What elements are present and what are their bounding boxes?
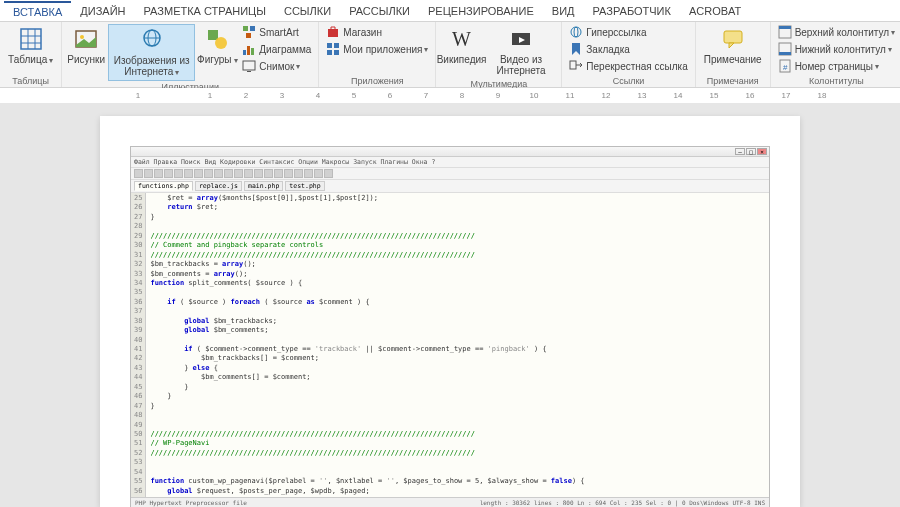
pagenum-label: Номер страницы: [795, 61, 873, 72]
screenshot-icon: [242, 59, 256, 73]
pictures-label: Рисунки: [67, 54, 105, 65]
document-area[interactable]: – □ × Файл Правка Поиск Вид Кодировки Си…: [0, 104, 900, 507]
editor-tab[interactable]: test.php: [285, 181, 324, 191]
ruler[interactable]: 1123456789101112131415161718: [0, 88, 900, 104]
wikipedia-button[interactable]: W Википедия: [440, 24, 482, 67]
shapes-icon: [204, 26, 230, 52]
comment-button[interactable]: Примечание: [700, 24, 766, 67]
svg-rect-31: [724, 31, 742, 43]
group-label: Примечания: [707, 75, 759, 87]
header-button[interactable]: Верхний колонтитул▾: [775, 24, 899, 40]
table-label: Таблица: [8, 54, 47, 65]
editor-tab[interactable]: functions.php: [134, 181, 193, 191]
editor-tabs[interactable]: functions.phpreplace.jsmain.phptest.php: [131, 180, 769, 193]
pagenum-button[interactable]: #Номер страницы▾: [775, 58, 899, 74]
shapes-button[interactable]: Фигуры▾: [197, 24, 237, 68]
chevron-down-icon: ▾: [296, 62, 300, 71]
editor-toolbar[interactable]: [131, 168, 769, 180]
crossref-label: Перекрестная ссылка: [586, 61, 687, 72]
svg-rect-12: [243, 26, 248, 31]
screenshot-label: Снимок: [259, 61, 294, 72]
svg-point-27: [571, 27, 581, 37]
min-icon[interactable]: –: [735, 148, 745, 155]
editor-titlebar: – □ ×: [131, 147, 769, 157]
crossref-button[interactable]: Перекрестная ссылка: [566, 58, 690, 74]
svg-rect-21: [327, 43, 332, 48]
apps-icon: [326, 42, 340, 56]
tab-acrobat[interactable]: ACROBAT: [680, 2, 750, 20]
chart-label: Диаграмма: [259, 44, 311, 55]
shapes-label: Фигуры: [197, 54, 231, 65]
tab-вид[interactable]: ВИД: [543, 2, 584, 20]
editor-tab[interactable]: replace.js: [195, 181, 242, 191]
store-icon: [326, 25, 340, 39]
screenshot-button[interactable]: Снимок▾: [239, 58, 314, 74]
svg-rect-22: [334, 43, 339, 48]
code-area[interactable]: 2526272829303132333435363738394041424344…: [131, 193, 769, 497]
picture-icon: [73, 26, 99, 52]
video-icon: [508, 26, 534, 52]
smartart-label: SmartArt: [259, 27, 298, 38]
footer-button[interactable]: Нижний колонтитул▾: [775, 41, 899, 57]
chevron-down-icon: ▾: [49, 56, 53, 65]
tab-дизайн[interactable]: ДИЗАЙН: [71, 2, 134, 20]
bookmark-icon: [569, 42, 583, 56]
svg-rect-16: [247, 46, 250, 55]
myapps-button[interactable]: Мои приложения▾: [323, 41, 431, 57]
pictures-button[interactable]: Рисунки: [66, 24, 106, 67]
table-button[interactable]: Таблица▾: [4, 24, 57, 68]
source[interactable]: $ret = array($months[$post[0]],$post[1],…: [146, 193, 769, 497]
embedded-editor: – □ × Файл Правка Поиск Вид Кодировки Си…: [130, 146, 770, 507]
group-headerfooter: Верхний колонтитул▾ Нижний колонтитул▾ #…: [771, 22, 900, 87]
chevron-down-icon: ▾: [234, 56, 238, 65]
svg-point-11: [215, 37, 227, 49]
footer-label: Нижний колонтитул: [795, 44, 886, 55]
wikipedia-icon: W: [449, 26, 475, 52]
tab-разработчик[interactable]: РАЗРАБОТЧИК: [584, 2, 680, 20]
chevron-down-icon: ▾: [888, 45, 892, 54]
comment-label: Примечание: [704, 54, 762, 65]
svg-rect-24: [334, 50, 339, 55]
tab-ссылки[interactable]: ССЫЛКИ: [275, 2, 340, 20]
online-video-button[interactable]: Видео из Интернета: [485, 24, 558, 78]
group-media: W Википедия Видео из Интернета Мультимед…: [436, 22, 562, 87]
header-icon: [778, 25, 792, 39]
max-icon[interactable]: □: [746, 148, 756, 155]
chevron-down-icon: ▾: [891, 28, 895, 37]
chevron-down-icon: ▾: [875, 62, 879, 71]
group-apps: Магазин Мои приложения▾ Приложения: [319, 22, 436, 87]
svg-rect-19: [247, 71, 251, 72]
group-links: Гиперссылка Закладка Перекрестная ссылка…: [562, 22, 695, 87]
myapps-label: Мои приложения: [343, 44, 422, 55]
hyperlink-button[interactable]: Гиперссылка: [566, 24, 690, 40]
svg-rect-15: [243, 50, 246, 55]
editor-menu[interactable]: Файл Правка Поиск Вид Кодировки Синтакси…: [131, 157, 769, 168]
comment-icon: [720, 26, 746, 52]
svg-point-6: [80, 35, 84, 39]
svg-marker-29: [572, 43, 580, 55]
chart-button[interactable]: Диаграмма: [239, 41, 314, 57]
online-picture-icon: [139, 27, 165, 53]
tab-рецензирование[interactable]: РЕЦЕНЗИРОВАНИЕ: [419, 2, 543, 20]
pagenum-icon: #: [778, 59, 792, 73]
tab-рассылки[interactable]: РАССЫЛКИ: [340, 2, 419, 20]
tab-вставка[interactable]: ВСТАВКА: [4, 1, 71, 21]
svg-rect-0: [21, 29, 41, 49]
store-button[interactable]: Магазин: [323, 24, 431, 40]
svg-rect-34: [779, 26, 791, 29]
gutter: 2526272829303132333435363738394041424344…: [131, 193, 146, 497]
svg-rect-30: [570, 61, 576, 69]
bookmark-button[interactable]: Закладка: [566, 41, 690, 57]
close-icon[interactable]: ×: [757, 148, 767, 155]
footer-icon: [778, 42, 792, 56]
online-pictures-button[interactable]: Изображения из Интернета▾: [108, 24, 195, 81]
smartart-button[interactable]: SmartArt: [239, 24, 314, 40]
svg-rect-36: [779, 52, 791, 55]
tab-разметка страницы[interactable]: РАЗМЕТКА СТРАНИЦЫ: [135, 2, 275, 20]
svg-rect-17: [251, 48, 254, 55]
group-comments: Примечание Примечания: [696, 22, 771, 87]
crossref-icon: [569, 59, 583, 73]
store-label: Магазин: [343, 27, 382, 38]
editor-tab[interactable]: main.php: [244, 181, 283, 191]
svg-rect-10: [208, 30, 218, 40]
